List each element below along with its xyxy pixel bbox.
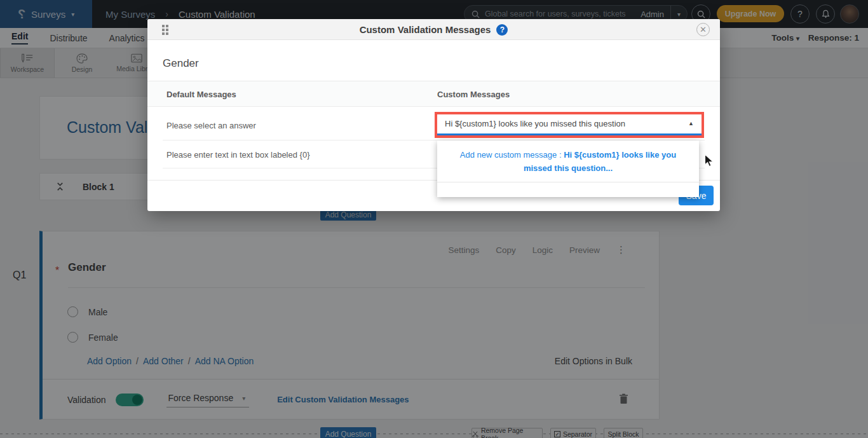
modal-question-title: Gender [163, 57, 199, 70]
close-icon[interactable]: ✕ [696, 23, 710, 36]
dropdown-prefix: Add new custom message : [460, 150, 564, 160]
add-new-custom-message-option[interactable]: Add new custom message : Hi ${custom1} l… [447, 148, 689, 175]
column-default-messages: Default Messages [166, 90, 236, 99]
mouse-cursor [704, 154, 714, 167]
modal-title: Custom Validation Messages [360, 24, 491, 35]
divider [437, 182, 699, 182]
app-window: ? Surveys ▾ My Surveys › Custom Validati… [0, 0, 868, 438]
custom-message-select[interactable]: Hi ${custom1} looks like you missed this… [435, 112, 704, 138]
custom-message-dropdown: Add new custom message : Hi ${custom1} l… [437, 140, 699, 197]
custom-message-value: Hi ${custom1} looks like you missed this… [445, 119, 688, 130]
modal-header: Custom Validation Messages ? ✕ [147, 19, 720, 40]
table-header-row: Default Messages Custom Messages [147, 81, 720, 107]
chevron-up-icon: ▲ [688, 120, 694, 128]
help-icon[interactable]: ? [496, 24, 508, 36]
column-custom-messages: Custom Messages [437, 90, 510, 99]
default-message-cell: Please select an answer [166, 121, 256, 130]
default-message-cell: Please enter text in text box labeled {0… [166, 150, 310, 160]
